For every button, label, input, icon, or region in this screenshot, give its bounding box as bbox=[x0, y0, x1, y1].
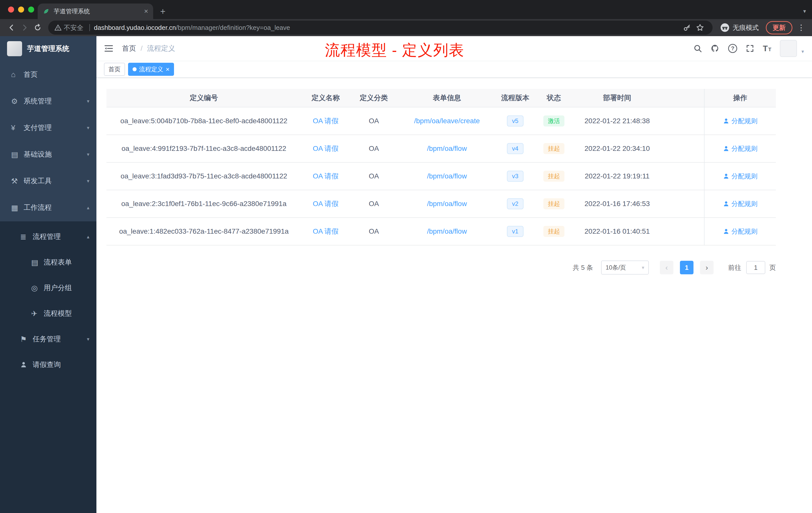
sidebar-item-infrastructure[interactable]: ▤ 基础设施 ▾ bbox=[0, 141, 96, 168]
form-link[interactable]: /bpm/oa/leave/create bbox=[414, 117, 480, 125]
minimize-window-button[interactable] bbox=[18, 6, 24, 12]
github-icon[interactable] bbox=[710, 44, 720, 53]
breadcrumb: 首页 / 流程定义 bbox=[122, 44, 175, 53]
sidebar-item-leave-query[interactable]: 请假查询 bbox=[0, 352, 96, 378]
sidebar-item-home[interactable]: ⌂ 首页 bbox=[0, 61, 96, 88]
reload-icon[interactable] bbox=[31, 21, 44, 34]
tab-search-chevron-icon[interactable]: ▾ bbox=[803, 8, 806, 14]
flag-icon: ⚑ bbox=[20, 335, 33, 343]
form-link[interactable]: /bpm/oa/flow bbox=[427, 172, 467, 180]
group-icon: ◎ bbox=[31, 283, 44, 292]
url-path: /bpm/manager/definition?key=oa_leave bbox=[176, 24, 290, 32]
new-tab-button[interactable]: + bbox=[160, 7, 166, 16]
sidebar-item-process-model[interactable]: ✈ 流程模型 bbox=[0, 301, 96, 326]
font-size-icon[interactable]: T T bbox=[763, 44, 771, 53]
maximize-window-button[interactable] bbox=[28, 6, 34, 12]
page-1-button[interactable]: 1 bbox=[680, 261, 694, 274]
status-badge: 激活 bbox=[543, 116, 564, 127]
col-form-info: 表单信息 bbox=[398, 89, 496, 107]
definition-name-link[interactable]: OA 请假 bbox=[313, 199, 339, 209]
assign-rule-link[interactable]: 分配规则 bbox=[723, 144, 757, 153]
update-browser-button[interactable]: 更新 bbox=[766, 21, 792, 34]
goto-page-input[interactable] bbox=[746, 261, 765, 274]
search-icon[interactable] bbox=[694, 44, 702, 53]
sidebar-item-process-form[interactable]: ▤ 流程表单 bbox=[0, 249, 96, 275]
browser-tab[interactable]: 芋道管理系统 × bbox=[38, 3, 153, 19]
header-actions: ? T T ▾ bbox=[694, 40, 804, 57]
page-content: 定义编号 定义名称 定义分类 表单信息 流程版本 状态 部署时间 操作 oa_l… bbox=[96, 78, 812, 513]
status-badge: 挂起 bbox=[543, 171, 564, 182]
definition-category: OA bbox=[350, 190, 398, 217]
form-link[interactable]: /bpm/oa/flow bbox=[427, 228, 467, 235]
app-shell: 芋道管理系统 ⌂ 首页 ⚙ 系统管理 ▾ ¥ 支付管理 ▾ ▤ 基础设施 ▾ bbox=[0, 36, 812, 513]
tag-home[interactable]: 首页 bbox=[104, 63, 125, 76]
table-row: oa_leave:5:004b710b-7b8a-11ec-8ef0-acde4… bbox=[107, 108, 776, 135]
deploy-time: 2022-01-16 01:40:51 bbox=[574, 218, 661, 245]
sidebar-item-system-management[interactable]: ⚙ 系统管理 ▾ bbox=[0, 88, 96, 115]
chevron-up-icon: ▴ bbox=[87, 205, 89, 211]
fullscreen-icon[interactable] bbox=[746, 44, 754, 53]
goto-label: 前往 bbox=[728, 263, 741, 272]
status-badge: 挂起 bbox=[543, 198, 564, 210]
table-row: oa_leave:2:3c1f0ef1-76b1-11ec-9c66-a2380… bbox=[107, 190, 776, 218]
prev-page-button[interactable]: ‹ bbox=[660, 261, 673, 274]
sidebar-item-workflow[interactable]: ▦ 工作流程 ▴ bbox=[0, 194, 96, 221]
sidebar-item-task-management[interactable]: ⚑ 任务管理 ▾ bbox=[0, 326, 96, 352]
form-link[interactable]: /bpm/oa/flow bbox=[427, 145, 467, 153]
gear-icon: ⚙ bbox=[11, 97, 24, 105]
definition-name-link[interactable]: OA 请假 bbox=[313, 172, 339, 181]
col-deploy-time: 部署时间 bbox=[574, 89, 661, 107]
table-row: oa_leave:3:1fad3d93-7b75-11ec-a3c8-acde4… bbox=[107, 163, 776, 190]
close-window-button[interactable] bbox=[8, 6, 14, 12]
definition-id: oa_leave:3:1fad3d93-7b75-11ec-a3c8-acde4… bbox=[107, 163, 301, 190]
sidebar-collapse-icon[interactable] bbox=[105, 45, 113, 52]
chevron-down-icon: ▾ bbox=[87, 151, 89, 157]
deploy-time: 2022-01-22 19:19:11 bbox=[574, 163, 661, 190]
definition-category: OA bbox=[350, 135, 398, 162]
definition-name-link[interactable]: OA 请假 bbox=[313, 144, 339, 153]
definition-category: OA bbox=[350, 163, 398, 190]
chevron-down-icon: ▾ bbox=[642, 265, 644, 271]
tab-close-icon[interactable]: × bbox=[144, 7, 148, 15]
avatar-caret-icon[interactable]: ▾ bbox=[802, 49, 804, 55]
next-page-button[interactable]: › bbox=[700, 261, 714, 274]
browser-menu-icon[interactable]: ⋮ bbox=[798, 24, 805, 31]
sidebar-logo[interactable]: 芋道管理系统 bbox=[0, 36, 96, 61]
version-badge: v5 bbox=[507, 116, 523, 127]
user-avatar[interactable] bbox=[780, 40, 797, 57]
security-label: 不安全 bbox=[64, 23, 83, 32]
assign-rule-link[interactable]: 分配规则 bbox=[723, 227, 757, 236]
back-icon[interactable] bbox=[5, 21, 18, 34]
tag-process-definition[interactable]: 流程定义 × bbox=[128, 63, 174, 76]
col-definition-name: 定义名称 bbox=[301, 89, 350, 107]
browser-tabstrip: 芋道管理系统 × + ▾ bbox=[0, 0, 812, 19]
definition-name-link[interactable]: OA 请假 bbox=[313, 227, 339, 236]
assign-rule-link[interactable]: 分配规则 bbox=[723, 117, 757, 125]
tag-close-icon[interactable]: × bbox=[166, 66, 170, 72]
sidebar-item-user-group[interactable]: ◎ 用户分组 bbox=[0, 275, 96, 301]
table-row: oa_leave:4:991f2193-7b7f-11ec-a3c8-acde4… bbox=[107, 135, 776, 163]
sidebar-item-process-management[interactable]: ≣ 流程管理 ▴ bbox=[0, 224, 96, 249]
definition-name-link[interactable]: OA 请假 bbox=[313, 116, 339, 126]
address-bar[interactable]: 不安全 dashboard.yudao.iocoder.cn /bpm/mana… bbox=[48, 21, 713, 35]
yen-icon: ¥ bbox=[11, 123, 24, 132]
tools-icon: ⚒ bbox=[11, 177, 24, 185]
sidebar-item-payment-management[interactable]: ¥ 支付管理 ▾ bbox=[0, 115, 96, 141]
breadcrumb-home[interactable]: 首页 bbox=[122, 44, 136, 53]
table-row: oa_leave:1:482ec033-762a-11ec-8477-a2380… bbox=[107, 218, 776, 245]
definition-id: oa_leave:2:3c1f0ef1-76b1-11ec-9c66-a2380… bbox=[107, 190, 301, 217]
pagination-total: 共 5 条 bbox=[573, 263, 593, 272]
forward-icon[interactable] bbox=[18, 21, 31, 34]
assign-rule-link[interactable]: 分配规则 bbox=[723, 200, 757, 208]
user-icon bbox=[20, 361, 33, 368]
help-icon[interactable]: ? bbox=[728, 44, 737, 53]
assign-rule-link[interactable]: 分配规则 bbox=[723, 172, 757, 181]
not-secure-icon bbox=[54, 24, 62, 31]
password-key-icon[interactable] bbox=[680, 21, 694, 34]
bookmark-star-icon[interactable] bbox=[694, 21, 706, 34]
incognito-icon bbox=[721, 23, 729, 32]
form-link[interactable]: /bpm/oa/flow bbox=[427, 200, 467, 208]
page-size-select[interactable]: 10条/页 ▾ bbox=[601, 261, 649, 275]
chevron-down-icon: ▾ bbox=[87, 125, 89, 131]
sidebar-item-dev-tools[interactable]: ⚒ 研发工具 ▾ bbox=[0, 168, 96, 194]
